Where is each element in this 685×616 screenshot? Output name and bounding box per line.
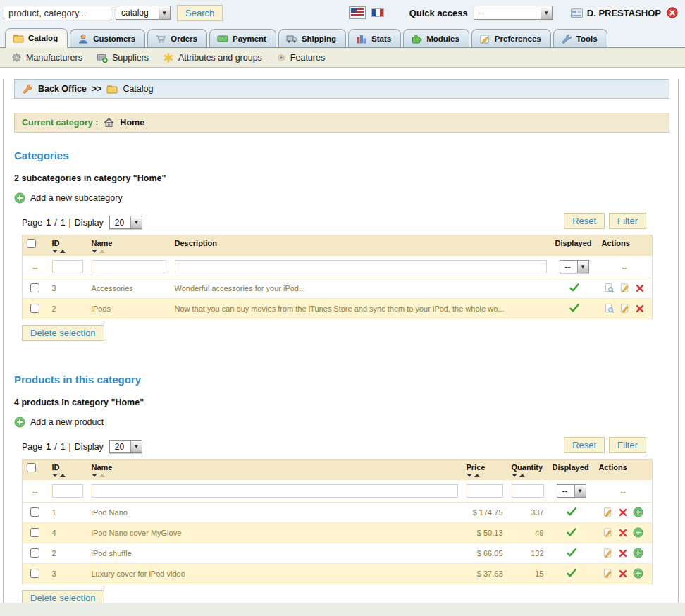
search-scope-select[interactable]: catalog ▼ bbox=[116, 6, 171, 20]
displayed-check-icon[interactable] bbox=[566, 567, 577, 579]
category-name[interactable]: Accessories bbox=[87, 278, 171, 299]
row-checkbox[interactable] bbox=[30, 304, 39, 313]
delete-icon[interactable] bbox=[618, 507, 628, 517]
id-filter-input[interactable] bbox=[52, 484, 83, 498]
filter-button[interactable]: Filter bbox=[609, 213, 646, 229]
add-product-link[interactable]: Add a new product bbox=[14, 417, 104, 428]
edit-icon[interactable] bbox=[603, 568, 613, 579]
sort-desc-icon[interactable] bbox=[92, 474, 97, 477]
sort-asc-icon[interactable] bbox=[60, 474, 66, 477]
view-icon[interactable] bbox=[604, 303, 615, 314]
displayed-filter-select[interactable]: -- ▼ bbox=[557, 484, 586, 498]
category-name[interactable]: iPods bbox=[87, 299, 171, 319]
add-subcategory-link[interactable]: Add a new subcategory bbox=[14, 192, 123, 204]
fr-flag-icon[interactable] bbox=[371, 8, 384, 17]
delete-icon[interactable] bbox=[618, 528, 628, 538]
delete-icon[interactable] bbox=[618, 569, 628, 579]
sort-desc-icon[interactable] bbox=[52, 250, 58, 253]
row-checkbox[interactable] bbox=[30, 507, 39, 517]
tab-stats[interactable]: Stats bbox=[348, 29, 401, 47]
edit-icon[interactable] bbox=[603, 548, 613, 558]
current-category-value[interactable]: Home bbox=[120, 118, 144, 128]
description-filter-input[interactable] bbox=[175, 260, 547, 273]
duplicate-icon[interactable] bbox=[633, 568, 643, 579]
supplier-truck-icon bbox=[97, 52, 108, 63]
submenu-item-manufacturers[interactable]: Manufacturers bbox=[11, 52, 82, 63]
displayed-check-icon[interactable] bbox=[566, 547, 577, 558]
displayed-check-icon[interactable] bbox=[566, 506, 577, 517]
view-icon[interactable] bbox=[604, 283, 615, 293]
select-all-checkbox[interactable] bbox=[27, 239, 36, 248]
search-input[interactable] bbox=[4, 6, 111, 20]
product-name[interactable]: iPod Nano bbox=[87, 503, 462, 523]
main-content: Back Office >> Catalog Current category … bbox=[3, 79, 679, 616]
filter-button[interactable]: Filter bbox=[609, 437, 646, 453]
col-quantity-header: Quantity bbox=[512, 463, 543, 472]
sort-asc-icon[interactable] bbox=[474, 474, 480, 477]
reset-button[interactable]: Reset bbox=[564, 213, 605, 229]
name-filter-input[interactable] bbox=[92, 484, 458, 498]
row-checkbox[interactable] bbox=[30, 283, 39, 292]
tab-customers[interactable]: Customers bbox=[70, 29, 145, 47]
sort-asc-icon[interactable] bbox=[519, 474, 525, 477]
id-filter-input[interactable] bbox=[52, 260, 83, 273]
logout-icon[interactable] bbox=[667, 7, 678, 18]
edit-icon[interactable] bbox=[619, 283, 630, 293]
delete-selection-button[interactable]: Delete selection bbox=[22, 325, 104, 341]
sort-desc-icon[interactable] bbox=[467, 474, 472, 477]
row-checkbox[interactable] bbox=[30, 548, 39, 558]
current-category-label: Current category : bbox=[22, 118, 98, 128]
delete-icon[interactable] bbox=[635, 304, 645, 314]
tab-shipping[interactable]: Shipping bbox=[278, 29, 346, 47]
edit-icon[interactable] bbox=[603, 527, 613, 538]
row-checkbox[interactable] bbox=[30, 528, 39, 537]
tab-preferences[interactable]: Preferences bbox=[471, 29, 551, 47]
displayed-filter-select[interactable]: -- ▼ bbox=[560, 260, 589, 273]
sort-desc-icon[interactable] bbox=[52, 474, 58, 477]
duplicate-icon[interactable] bbox=[633, 507, 643, 517]
duplicate-icon[interactable] bbox=[633, 527, 643, 538]
product-name[interactable]: iPod shuffle bbox=[87, 543, 462, 564]
displayed-check-icon[interactable] bbox=[569, 302, 580, 314]
edit-icon[interactable] bbox=[603, 507, 613, 517]
per-page-select[interactable]: 20 ▼ bbox=[109, 216, 142, 229]
name-filter-input[interactable] bbox=[92, 260, 166, 273]
breadcrumb-catalog[interactable]: Catalog bbox=[123, 84, 153, 94]
lang-en-button[interactable] bbox=[349, 6, 366, 19]
sort-asc-icon[interactable] bbox=[60, 250, 66, 253]
quantity-filter-input[interactable] bbox=[512, 484, 544, 498]
row-checkbox[interactable] bbox=[30, 569, 39, 578]
quick-access-select[interactable]: -- ▼ bbox=[474, 6, 553, 20]
product-id: 3 bbox=[48, 564, 87, 584]
actions-filter-placeholder: -- bbox=[621, 487, 626, 495]
submenu-item-suppliers[interactable]: Suppliers bbox=[97, 52, 149, 63]
tab-catalog[interactable]: Catalog bbox=[5, 28, 68, 48]
reset-button[interactable]: Reset bbox=[564, 437, 605, 453]
sort-asc-icon[interactable] bbox=[99, 250, 105, 253]
displayed-check-icon[interactable] bbox=[566, 526, 577, 538]
product-name[interactable]: iPod Nano cover MyGlove bbox=[87, 523, 462, 543]
submenu-item-features[interactable]: Features bbox=[276, 53, 325, 63]
sort-asc-icon[interactable] bbox=[99, 474, 105, 477]
submenu-item-attributes[interactable]: Attributes and groups bbox=[163, 52, 262, 63]
sort-desc-icon[interactable] bbox=[92, 250, 97, 253]
duplicate-icon[interactable] bbox=[633, 548, 643, 558]
breadcrumb-back-office[interactable]: Back Office bbox=[38, 84, 87, 94]
per-page-select[interactable]: 20 ▼ bbox=[109, 440, 142, 453]
sort-desc-icon[interactable] bbox=[512, 474, 517, 477]
tab-orders[interactable]: Orders bbox=[147, 29, 207, 47]
price-filter-input[interactable] bbox=[467, 484, 503, 498]
products-header-row: ID Name Price Quantity Displayed Actions bbox=[23, 460, 653, 481]
displayed-check-icon[interactable] bbox=[569, 282, 580, 293]
tab-modules[interactable]: Modules bbox=[403, 29, 469, 47]
edit-icon[interactable] bbox=[619, 303, 630, 314]
product-name[interactable]: Luxury cover for iPod video bbox=[87, 564, 462, 584]
delete-icon[interactable] bbox=[618, 548, 628, 558]
tab-tools[interactable]: Tools bbox=[553, 29, 607, 47]
submenu-label: Suppliers bbox=[112, 53, 149, 63]
search-button[interactable]: Search bbox=[177, 5, 223, 21]
tab-payment[interactable]: Payment bbox=[209, 29, 276, 47]
bar-chart-icon bbox=[356, 33, 367, 44]
delete-icon[interactable] bbox=[635, 283, 645, 293]
select-all-checkbox[interactable] bbox=[27, 463, 36, 472]
